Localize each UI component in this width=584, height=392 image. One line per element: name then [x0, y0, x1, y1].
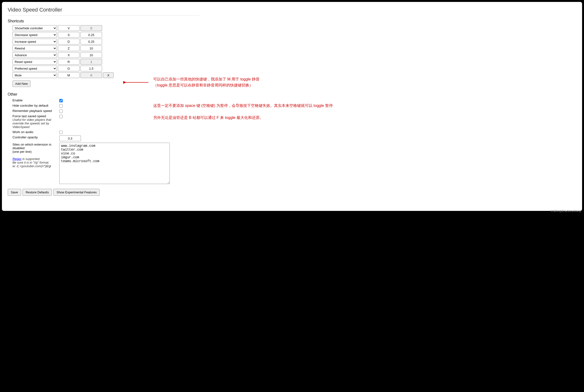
- sites-label-block: Sites on which extension is disabled (on…: [12, 143, 59, 168]
- action-select[interactable]: Increase speed: [12, 39, 57, 44]
- shortcuts-table: Show/hide controllerDecrease speedIncrea…: [12, 25, 576, 78]
- value-input[interactable]: [80, 46, 102, 51]
- shortcut-row: Rewind: [12, 46, 576, 51]
- remove-button[interactable]: X: [103, 72, 114, 78]
- enable-checkbox[interactable]: [59, 99, 63, 102]
- force-checkbox[interactable]: [59, 115, 63, 118]
- other-heading: Other: [8, 92, 576, 96]
- divider: [8, 15, 200, 16]
- key-input[interactable]: [58, 72, 79, 78]
- remember-label: Remember playback speed: [12, 109, 59, 113]
- settings-window: Video Speed Controller Shortcuts Show/hi…: [2, 2, 582, 211]
- page-title: Video Speed Controller: [8, 7, 576, 13]
- annotation-arrow-icon: [123, 79, 150, 86]
- sites-hint: (one per line): [12, 150, 32, 154]
- audio-checkbox[interactable]: [59, 131, 63, 134]
- force-label-block: Force last saved speed Useful for video …: [12, 114, 59, 129]
- key-input[interactable]: [58, 52, 79, 58]
- key-input[interactable]: [58, 46, 79, 51]
- sites-textarea[interactable]: [59, 143, 170, 184]
- action-select[interactable]: Decrease speed: [12, 32, 57, 38]
- value-input: [80, 25, 102, 31]
- bottom-buttons: Save Restore Defaults Show Experimental …: [8, 189, 576, 196]
- annotation-2: 这里一定不要添加 space 键 (空格键) 为暂停，会导致按下空格键失效。其实…: [153, 103, 333, 120]
- hide-checkbox[interactable]: [59, 104, 63, 108]
- action-select[interactable]: Advance: [12, 52, 57, 58]
- action-select[interactable]: Rewind: [12, 46, 57, 51]
- hide-label: Hide controller by default: [12, 104, 59, 107]
- enable-row: Enable: [12, 98, 576, 102]
- shortcut-row: Advance: [12, 52, 576, 58]
- shortcut-row: Decrease speed: [12, 32, 576, 38]
- remember-checkbox[interactable]: [59, 110, 63, 113]
- audio-row: Work on audio: [12, 130, 576, 134]
- annotation-1: 可以自己添加一些其他的快捷键，我添加了 M 用于 toggle 静音 （togg…: [153, 76, 260, 88]
- value-input: [80, 59, 102, 64]
- experimental-button[interactable]: Show Experimental Features: [53, 189, 100, 196]
- force-hint: Useful for video players that override t…: [12, 118, 51, 129]
- force-label: Force last saved speed: [12, 114, 46, 118]
- regex-link[interactable]: Regex: [12, 157, 21, 161]
- value-input: [80, 72, 102, 78]
- opacity-row: Controller opacity: [12, 136, 576, 141]
- value-input[interactable]: [80, 52, 102, 58]
- sites-label: Sites on which extension is disabled: [12, 143, 51, 150]
- audio-label: Work on audio: [12, 130, 59, 134]
- opacity-label: Controller opacity: [12, 136, 59, 139]
- add-new-button[interactable]: Add New: [12, 80, 30, 87]
- restore-defaults-button[interactable]: Restore Defaults: [22, 189, 52, 196]
- enable-label: Enable: [12, 98, 59, 102]
- value-input[interactable]: [80, 39, 102, 44]
- action-select[interactable]: Reset speed: [12, 59, 57, 64]
- action-select[interactable]: Mute: [12, 72, 57, 78]
- regex-hint-block: Regex is supported. Be sure it is in "//…: [12, 157, 51, 168]
- action-select[interactable]: Preferred speed: [12, 66, 57, 71]
- key-input[interactable]: [58, 39, 79, 44]
- key-input[interactable]: [58, 25, 79, 31]
- watermark: CSDN @石头StoneWang: [551, 209, 581, 213]
- value-input[interactable]: [80, 32, 102, 38]
- save-button[interactable]: Save: [8, 189, 21, 196]
- shortcut-row: Reset speed: [12, 59, 576, 64]
- opacity-input[interactable]: [59, 136, 81, 141]
- key-input[interactable]: [58, 59, 79, 64]
- shortcut-row: Preferred speed: [12, 66, 576, 71]
- shortcut-row: Show/hide controller: [12, 25, 576, 31]
- shortcut-row: Increase speed: [12, 39, 576, 44]
- sites-row: Sites on which extension is disabled (on…: [12, 143, 576, 184]
- action-select[interactable]: Show/hide controller: [12, 25, 57, 31]
- key-input[interactable]: [58, 32, 79, 38]
- key-input[interactable]: [58, 66, 79, 71]
- shortcut-row: MuteX: [12, 72, 576, 78]
- shortcuts-heading: Shortcuts: [8, 19, 576, 23]
- value-input[interactable]: [80, 66, 102, 71]
